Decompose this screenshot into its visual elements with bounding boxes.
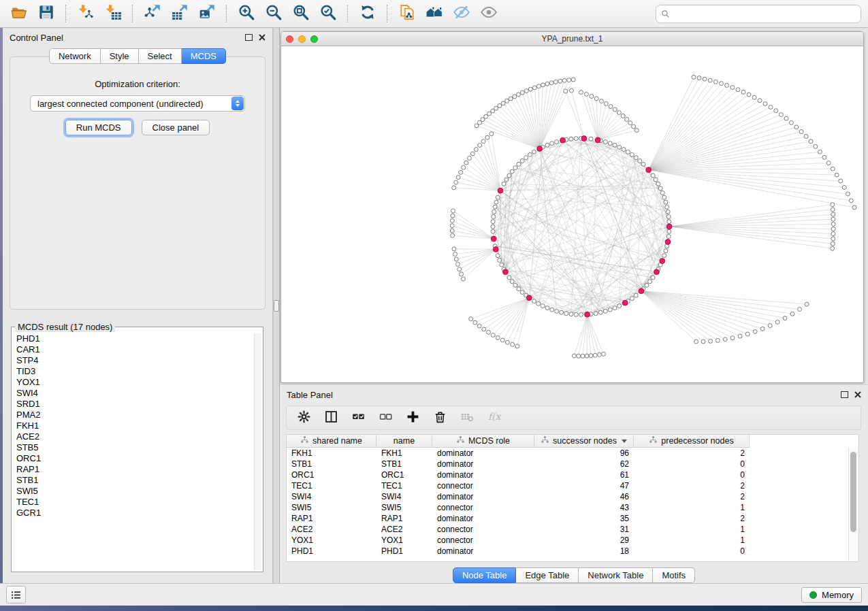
search-box[interactable] — [656, 5, 861, 23]
table-row[interactable]: RAP1RAP1dominator352 — [287, 513, 858, 524]
save-session-button[interactable] — [34, 3, 59, 24]
zoom-selected-button[interactable] — [316, 3, 340, 24]
mcds-result-item[interactable]: STB5 — [16, 442, 262, 453]
cell-name: RAP1 — [376, 514, 432, 523]
mcds-result-item[interactable]: SWI4 — [16, 388, 262, 399]
task-history-button[interactable] — [6, 586, 26, 604]
search-input[interactable] — [673, 8, 856, 20]
close-panel-icon[interactable] — [259, 34, 266, 41]
cell-successors: 62 — [534, 459, 634, 469]
run-mcds-button[interactable]: Run MCDS — [65, 120, 132, 135]
right-column: YPA_prune.txt_1 Table Panel f(x) — [280, 28, 868, 583]
mcds-result-item[interactable]: ORC1 — [16, 453, 262, 464]
import-table-button[interactable] — [101, 3, 125, 24]
hide-selected-button[interactable] — [449, 3, 474, 24]
mcds-result-item[interactable]: GCR1 — [16, 508, 262, 518]
column-header-shared-name[interactable]: shared name — [287, 435, 376, 448]
export-table-button[interactable] — [167, 3, 192, 24]
delete-columns-button[interactable] — [430, 408, 450, 427]
cell-predecessors: 2 — [634, 448, 750, 458]
new-network-from-selection-button[interactable] — [395, 3, 419, 24]
cell-name: ACE2 — [376, 525, 432, 534]
tab-style[interactable]: Style — [101, 48, 139, 64]
table-row[interactable]: STB1STB1dominator620 — [287, 459, 858, 469]
table-row[interactable]: ORC1ORC1dominator610 — [287, 469, 858, 480]
mcds-list-scrollbar[interactable] — [254, 333, 261, 570]
cell-role: connector — [432, 525, 534, 534]
mcds-result-title: MCDS result (17 nodes) — [15, 322, 115, 332]
memory-button[interactable]: Memory — [801, 587, 862, 603]
optimization-criterion-select[interactable]: largest connected component (undirected) — [30, 95, 245, 112]
network-window-title: YPA_prune.txt_1 — [281, 34, 863, 44]
table-scrollbar[interactable] — [848, 448, 858, 561]
close-table-panel-icon[interactable] — [854, 391, 861, 398]
import-network-button[interactable] — [74, 3, 98, 24]
mcds-result-item[interactable]: ACE2 — [16, 431, 262, 442]
mcds-tab-content: Optimization criterion: largest connecte… — [10, 56, 266, 310]
mcds-result-item[interactable]: TID3 — [16, 366, 262, 377]
column-header-predecessor-nodes[interactable]: predecessor nodes — [634, 435, 750, 448]
table-panel-titlebar: Table Panel — [280, 385, 868, 403]
network-graph[interactable] — [281, 46, 863, 382]
control-panel: Control Panel NetworkStyleSelectMCDS Opt… — [3, 28, 273, 583]
tab-network-table[interactable]: Network Table — [579, 567, 653, 583]
table-row[interactable]: ACE2ACE2connector311 — [287, 524, 858, 535]
select-all-rows-button[interactable] — [348, 408, 368, 427]
tab-network[interactable]: Network — [49, 48, 101, 64]
tab-select[interactable]: Select — [139, 48, 182, 64]
zoom-fit-button[interactable] — [289, 3, 313, 24]
table-row[interactable]: YOX1YOX1connector291 — [287, 535, 858, 546]
mcds-result-item[interactable]: FKH1 — [16, 420, 262, 431]
show-hide-columns-icon — [324, 410, 338, 427]
mcds-result-item[interactable]: CAR1 — [16, 344, 262, 355]
network-view-canvas[interactable] — [281, 46, 863, 382]
export-network-button[interactable] — [140, 3, 165, 24]
mcds-result-item[interactable]: SRD1 — [16, 399, 262, 410]
main-area: Control Panel NetworkStyleSelectMCDS Opt… — [0, 28, 868, 583]
mcds-result-item[interactable]: STP4 — [16, 355, 262, 366]
table-row[interactable]: FKH1FKH1dominator962 — [287, 448, 858, 459]
tab-edge-table[interactable]: Edge Table — [516, 567, 579, 583]
tab-motifs[interactable]: Motifs — [653, 567, 695, 583]
mcds-result-list: PHD1CAR1STP4TID3YOX1SWI4SRD1PMA2FKH1ACE2… — [12, 333, 262, 571]
float-table-panel-icon[interactable] — [841, 391, 848, 398]
column-header-name[interactable]: name — [376, 435, 432, 448]
table-row[interactable]: PHD1PHD1dominator180 — [287, 546, 858, 557]
export-image-button[interactable] — [195, 3, 219, 24]
column-header-successor-nodes[interactable]: successor nodes — [534, 435, 634, 448]
zoom-out-button[interactable] — [261, 3, 286, 24]
control-panel-titlebar: Control Panel — [3, 28, 272, 46]
close-panel-button[interactable]: Close panel — [142, 120, 210, 135]
mcds-result-item[interactable]: PMA2 — [16, 410, 262, 420]
mcds-result-item[interactable]: STB1 — [16, 475, 262, 486]
search-icon — [661, 10, 670, 18]
deselect-all-rows-button[interactable] — [375, 408, 396, 427]
zoom-in-button[interactable] — [234, 3, 259, 24]
mcds-result-item[interactable]: RAP1 — [16, 464, 262, 475]
first-neighbors-button[interactable] — [422, 3, 447, 24]
table-mode-button[interactable] — [293, 408, 314, 427]
open-session-button[interactable] — [7, 3, 31, 24]
add-column-button[interactable] — [402, 408, 423, 427]
show-all-button[interactable] — [477, 3, 501, 24]
save-session-icon — [37, 3, 55, 24]
float-panel-icon[interactable] — [245, 34, 253, 41]
table-scrollbar-thumb[interactable] — [850, 452, 856, 532]
table-row[interactable]: TEC1TEC1connector472 — [287, 480, 858, 491]
tab-mcds[interactable]: MCDS — [182, 48, 226, 64]
cell-predecessors: 2 — [634, 481, 750, 491]
table-row[interactable]: SWI4SWI4dominator462 — [287, 491, 858, 502]
column-header-MCDS-role[interactable]: MCDS role — [432, 435, 534, 448]
mcds-result-item[interactable]: YOX1 — [16, 377, 262, 388]
tab-node-table[interactable]: Node Table — [453, 567, 517, 583]
table-row[interactable]: SWI5SWI5connector431 — [287, 502, 858, 513]
apply-layout-button[interactable] — [355, 3, 380, 24]
mcds-result-item[interactable]: SWI5 — [16, 486, 262, 497]
mcds-result-item[interactable]: PHD1 — [16, 333, 262, 344]
mcds-result-item[interactable]: TEC1 — [16, 497, 262, 508]
splitter-grip[interactable] — [274, 300, 279, 312]
cell-role: dominator — [432, 459, 534, 469]
show-hide-columns-button[interactable] — [321, 408, 341, 427]
vertical-splitter[interactable] — [273, 28, 280, 583]
cell-name: TEC1 — [376, 481, 432, 491]
